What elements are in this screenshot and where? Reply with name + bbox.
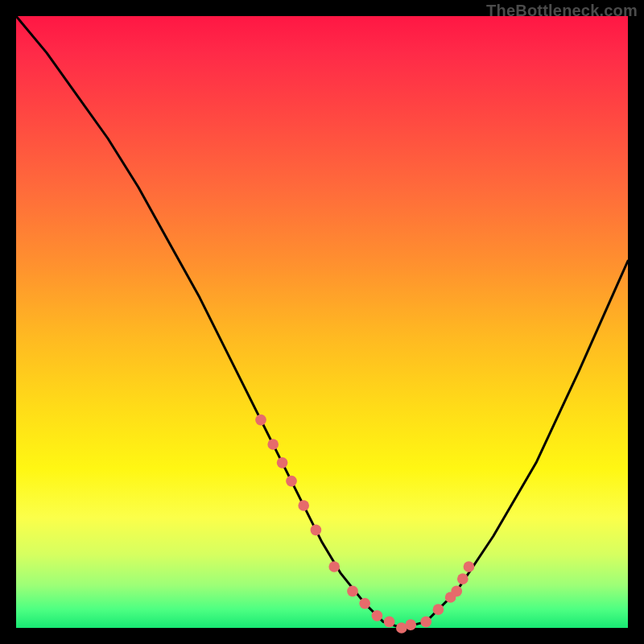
curve-marker [451, 586, 462, 597]
curve-marker [328, 561, 340, 572]
curve-marker [267, 439, 279, 450]
curve-marker [405, 619, 416, 630]
bottleneck-curve [16, 16, 628, 628]
curve-marker [464, 561, 475, 572]
curve-marker [255, 415, 266, 426]
curve-marker [359, 598, 370, 609]
curve-marker [372, 610, 383, 621]
curve-marker [384, 617, 395, 628]
curve-svg [16, 16, 628, 628]
curve-marker [286, 476, 297, 487]
curve-marker [420, 617, 431, 628]
curve-marker [433, 604, 444, 615]
curve-marker [277, 457, 288, 469]
curve-marker [457, 573, 469, 584]
curve-marker [347, 586, 358, 597]
curve-markers [255, 415, 474, 634]
chart-frame: TheBottleneck.com [0, 0, 644, 644]
curve-marker [298, 500, 309, 511]
plot-area [16, 16, 628, 628]
curve-marker [311, 525, 322, 536]
